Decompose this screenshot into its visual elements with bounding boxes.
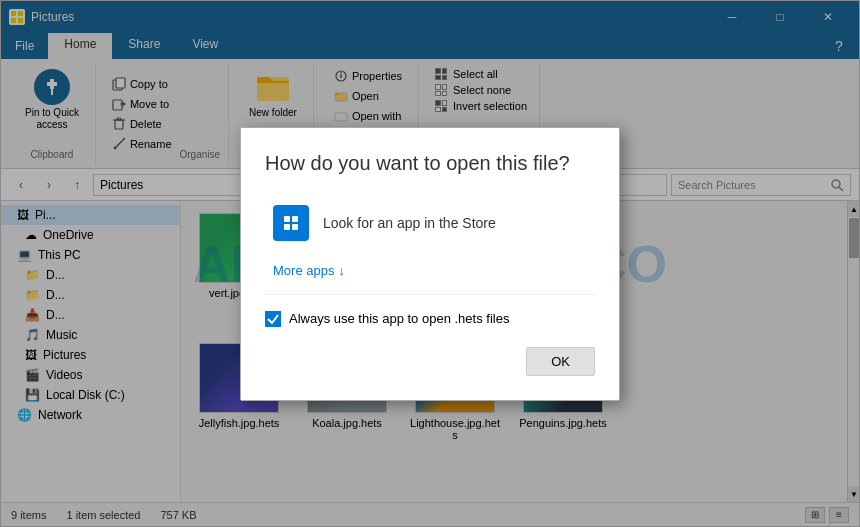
svg-rect-24 (292, 216, 298, 222)
window: Pictures ─ □ ✕ File Home Share View ? (0, 0, 860, 527)
dialog-overlay: How do you want to open this file? Look … (1, 1, 859, 526)
checkbox-check-icon (267, 313, 279, 325)
dialog-title: How do you want to open this file? (265, 152, 595, 175)
more-apps-link[interactable]: More apps ↓ (265, 255, 353, 286)
svg-rect-22 (280, 212, 302, 234)
always-use-checkbox[interactable] (265, 311, 281, 327)
more-apps-text: More apps (273, 263, 334, 278)
svg-rect-23 (284, 216, 290, 222)
dialog-divider (265, 294, 595, 295)
store-option[interactable]: Look for an app in the Store (265, 195, 595, 251)
svg-rect-25 (284, 224, 290, 230)
svg-rect-26 (292, 224, 298, 230)
store-icon (273, 205, 309, 241)
open-with-dialog: How do you want to open this file? Look … (240, 127, 620, 401)
more-apps-arrow: ↓ (338, 263, 345, 278)
always-use-checkbox-row[interactable]: Always use this app to open .hets files (265, 311, 595, 327)
always-use-label: Always use this app to open .hets files (289, 311, 509, 326)
dialog-ok-button[interactable]: OK (526, 347, 595, 376)
store-option-text: Look for an app in the Store (323, 215, 496, 231)
dialog-footer: OK (265, 347, 595, 376)
